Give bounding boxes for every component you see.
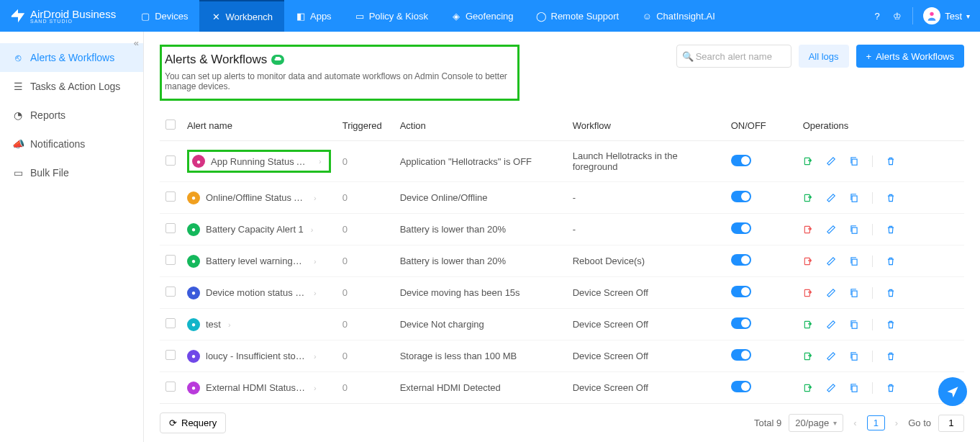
nav-policy[interactable]: ▭Policy & Kiosk (343, 0, 440, 32)
export-icon[interactable] (803, 225, 813, 235)
nav-workbench[interactable]: ✕Workbench (199, 0, 284, 32)
alert-name-cell[interactable]: ●App Running Status Alert 1› (187, 150, 331, 173)
help-icon[interactable]: ? (872, 11, 882, 21)
sidebar: « ⎋Alerts & Workflows ☰Tasks & Action Lo… (0, 32, 144, 442)
export-icon[interactable] (803, 193, 813, 203)
separator (872, 256, 873, 267)
row-checkbox[interactable] (165, 223, 176, 233)
delete-icon[interactable] (886, 193, 896, 203)
alert-name-cell[interactable]: ●Battery Capacity Alert 1› (187, 223, 331, 236)
delete-icon[interactable] (886, 256, 896, 266)
alert-name-cell[interactable]: ●test› (187, 318, 331, 331)
copy-icon[interactable] (849, 156, 859, 166)
export-icon[interactable] (803, 156, 813, 166)
nav-geofencing[interactable]: ◈Geofencing (440, 0, 525, 32)
alert-name-cell[interactable]: ●Battery level warning1-jp-2...› (187, 255, 331, 268)
delete-icon[interactable] (886, 288, 896, 298)
collapse-sidebar-icon[interactable]: « (134, 37, 139, 48)
chevron-right-icon: › (314, 384, 317, 392)
edit-icon[interactable] (826, 288, 836, 298)
onoff-toggle[interactable] (731, 222, 751, 234)
table-row: ●loucy - Insufficient storage ...› 0 Sto… (160, 340, 964, 372)
edit-icon[interactable] (826, 156, 836, 166)
copy-icon[interactable] (849, 225, 859, 235)
copy-icon[interactable] (849, 193, 859, 203)
onoff-toggle[interactable] (731, 191, 751, 202)
alert-name-cell[interactable]: ●Online/Offline Status Alert 1› (187, 191, 331, 204)
user-menu[interactable]: Test ▾ (912, 7, 970, 24)
separator (872, 192, 873, 204)
export-icon[interactable] (803, 320, 813, 330)
sidebar-item-reports[interactable]: ◔Reports (0, 101, 143, 130)
alert-name-cell[interactable]: ●loucy - Insufficient storage ...› (187, 350, 331, 363)
edit-icon[interactable] (826, 351, 836, 361)
nav-devices[interactable]: ▢Devices (129, 0, 199, 32)
triggered-count: 0 (337, 372, 394, 404)
col-onoff: ON/OFF (725, 111, 797, 141)
row-checkbox[interactable] (165, 155, 176, 166)
row-checkbox[interactable] (165, 350, 176, 360)
alert-name: Online/Offline Status Alert 1 (206, 192, 307, 203)
sidebar-item-alerts[interactable]: ⎋Alerts & Workflows (0, 43, 143, 72)
nav-remote[interactable]: ◯Remote Support (525, 0, 631, 32)
onoff-toggle[interactable] (731, 349, 751, 361)
copy-icon[interactable] (849, 320, 859, 330)
delete-icon[interactable] (886, 383, 896, 393)
copy-icon[interactable] (849, 256, 859, 266)
goto-label: Go to (908, 418, 931, 428)
delete-icon[interactable] (886, 225, 896, 235)
edit-icon[interactable] (826, 383, 836, 393)
row-checkbox[interactable] (165, 318, 176, 328)
delete-icon[interactable] (886, 156, 896, 166)
table-footer: ⟳Requery Total 9 20/page▾ ‹ 1 › Go to (160, 403, 964, 442)
all-logs-button[interactable]: All logs (799, 45, 849, 68)
export-icon[interactable] (803, 351, 813, 361)
export-icon[interactable] (803, 288, 813, 298)
brand-logo[interactable]: AirDroid Business SAND STUDIO (10, 8, 116, 24)
edit-icon[interactable] (826, 225, 836, 235)
prev-page-button[interactable]: ‹ (850, 415, 859, 431)
row-checkbox[interactable] (165, 255, 176, 265)
sidebar-item-notifications[interactable]: 📣Notifications (0, 130, 143, 158)
copy-icon[interactable] (849, 383, 859, 393)
onoff-toggle[interactable] (731, 286, 751, 297)
edit-icon[interactable] (826, 256, 836, 266)
next-page-button[interactable]: › (892, 415, 901, 431)
nav-chatinsight[interactable]: ☺ChatInsight.AI (630, 0, 727, 32)
current-page[interactable]: 1 (867, 415, 885, 430)
nav-apps[interactable]: ◧Apps (284, 0, 343, 32)
alert-name-cell[interactable]: ●External HDMI Status Alert 1› (187, 382, 331, 394)
requery-button[interactable]: ⟳Requery (160, 412, 226, 433)
table-row: ●Battery level warning1-jp-2...› 0 Batte… (160, 245, 964, 277)
alert-name-cell[interactable]: ●Device motion status warn...› (187, 287, 331, 299)
gift-icon[interactable]: ♔ (892, 11, 902, 21)
delete-icon[interactable] (886, 351, 896, 361)
sidebar-item-tasks[interactable]: ☰Tasks & Action Logs (0, 72, 143, 101)
row-checkbox[interactable] (165, 191, 176, 202)
edit-icon[interactable] (826, 320, 836, 330)
onoff-toggle[interactable] (731, 317, 751, 329)
export-icon[interactable] (803, 256, 813, 266)
row-checkbox[interactable] (165, 287, 176, 297)
goto-input[interactable] (938, 415, 964, 432)
separator (872, 382, 873, 394)
select-all-checkbox[interactable] (165, 119, 176, 130)
edit-icon[interactable] (826, 193, 836, 203)
action-text: Device Online/Offline (394, 182, 567, 214)
export-icon[interactable] (803, 383, 813, 393)
add-alert-button[interactable]: +Alerts & Workflows (856, 45, 964, 68)
copy-icon[interactable] (849, 351, 859, 361)
onoff-toggle[interactable] (731, 155, 751, 166)
page-size-select[interactable]: 20/page▾ (789, 414, 843, 432)
copy-icon[interactable] (849, 288, 859, 298)
onoff-toggle[interactable] (731, 381, 751, 392)
delete-icon[interactable] (886, 320, 896, 330)
onoff-toggle[interactable] (731, 254, 751, 266)
row-checkbox[interactable] (165, 382, 176, 392)
list-icon: ☰ (13, 81, 23, 91)
alert-name: Battery Capacity Alert 1 (206, 224, 304, 235)
workflow-text: - (567, 182, 725, 214)
search-input[interactable]: 🔍 Search alert name (676, 45, 791, 68)
sidebar-item-bulkfile[interactable]: ▭Bulk File (0, 158, 143, 187)
send-fab[interactable] (938, 377, 967, 406)
